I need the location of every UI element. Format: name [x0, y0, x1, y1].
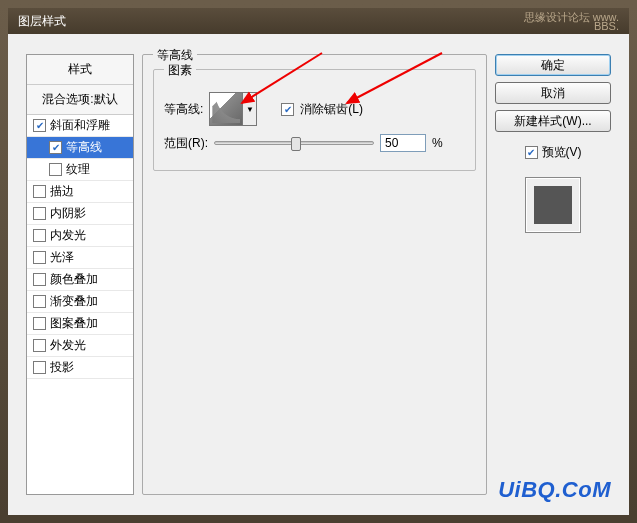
style-label: 颜色叠加: [50, 271, 98, 288]
elements-subgroup: 图素 等高线: ▼ 消除锯齿(L) 范围(R):: [153, 69, 476, 171]
preview-swatch-inner: [534, 186, 572, 224]
style-checkbox[interactable]: [33, 295, 46, 308]
style-label: 斜面和浮雕: [50, 117, 110, 134]
style-checkbox[interactable]: [33, 317, 46, 330]
style-checkbox[interactable]: [33, 361, 46, 374]
blend-options-header[interactable]: 混合选项:默认: [27, 85, 133, 115]
new-style-button[interactable]: 新建样式(W)...: [495, 110, 611, 132]
style-item-0[interactable]: 斜面和浮雕: [27, 115, 133, 137]
style-item-10[interactable]: 外发光: [27, 335, 133, 357]
style-checkbox[interactable]: [33, 185, 46, 198]
range-unit: %: [432, 136, 443, 150]
watermark: UiBQ.CoM: [498, 477, 611, 503]
style-checkbox[interactable]: [33, 339, 46, 352]
title-bar: 图层样式 思缘设计论坛 www. BBS.: [8, 8, 629, 34]
contour-picker[interactable]: [209, 92, 243, 126]
style-item-11[interactable]: 投影: [27, 357, 133, 379]
preview-label[interactable]: 预览(V): [542, 144, 582, 161]
header-watermark-2: BBS.: [594, 20, 619, 32]
anti-alias-label[interactable]: 消除锯齿(L): [300, 101, 363, 118]
style-label: 等高线: [66, 139, 102, 156]
contour-label: 等高线:: [164, 101, 203, 118]
style-item-2[interactable]: 纹理: [27, 159, 133, 181]
style-checkbox[interactable]: [33, 119, 46, 132]
range-slider[interactable]: [214, 141, 374, 145]
style-item-3[interactable]: 描边: [27, 181, 133, 203]
style-label: 渐变叠加: [50, 293, 98, 310]
style-checkbox[interactable]: [33, 229, 46, 242]
style-label: 内阴影: [50, 205, 86, 222]
range-input[interactable]: [380, 134, 426, 152]
style-checkbox[interactable]: [33, 207, 46, 220]
styles-list: 样式 混合选项:默认 斜面和浮雕等高线纹理描边内阴影内发光光泽颜色叠加渐变叠加图…: [26, 54, 134, 495]
style-label: 内发光: [50, 227, 86, 244]
ok-button[interactable]: 确定: [495, 54, 611, 76]
style-checkbox[interactable]: [33, 273, 46, 286]
style-item-6[interactable]: 光泽: [27, 247, 133, 269]
style-label: 光泽: [50, 249, 74, 266]
style-checkbox[interactable]: [33, 251, 46, 264]
subgroup-title: 图素: [164, 62, 196, 79]
styles-header: 样式: [27, 55, 133, 85]
style-item-4[interactable]: 内阴影: [27, 203, 133, 225]
contour-group: 等高线 图素 等高线: ▼ 消除锯齿(L) 范围(R):: [142, 54, 487, 495]
range-slider-thumb[interactable]: [291, 137, 301, 151]
contour-dropdown-arrow[interactable]: ▼: [243, 92, 257, 126]
style-item-7[interactable]: 颜色叠加: [27, 269, 133, 291]
style-item-5[interactable]: 内发光: [27, 225, 133, 247]
style-item-8[interactable]: 渐变叠加: [27, 291, 133, 313]
style-label: 纹理: [66, 161, 90, 178]
cancel-button[interactable]: 取消: [495, 82, 611, 104]
style-item-1[interactable]: 等高线: [27, 137, 133, 159]
style-label: 投影: [50, 359, 74, 376]
window-title: 图层样式: [18, 13, 66, 29]
style-checkbox[interactable]: [49, 163, 62, 176]
anti-alias-checkbox[interactable]: [281, 103, 294, 116]
style-label: 图案叠加: [50, 315, 98, 332]
style-label: 外发光: [50, 337, 86, 354]
preview-checkbox[interactable]: [525, 146, 538, 159]
style-checkbox[interactable]: [49, 141, 62, 154]
preview-swatch: [525, 177, 581, 233]
style-item-9[interactable]: 图案叠加: [27, 313, 133, 335]
style-label: 描边: [50, 183, 74, 200]
range-label: 范围(R):: [164, 135, 208, 152]
